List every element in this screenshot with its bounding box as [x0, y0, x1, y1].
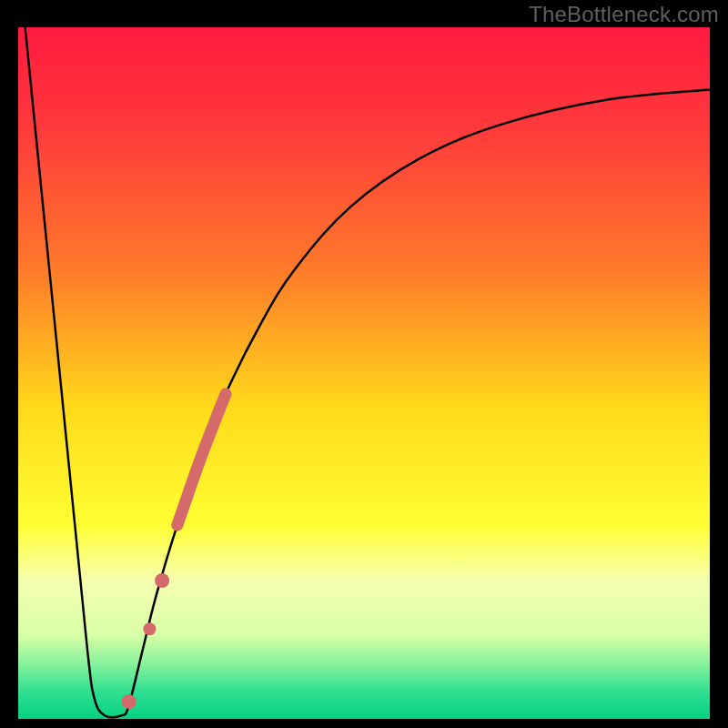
highlight-dot	[143, 622, 156, 635]
plot-area	[18, 27, 710, 719]
gradient-background	[18, 27, 710, 719]
highlight-dot	[155, 573, 169, 588]
highlight-dot	[122, 694, 136, 709]
chart-frame: TheBottleneck.com	[0, 0, 728, 728]
watermark-text: TheBottleneck.com	[529, 2, 719, 27]
chart-svg	[18, 27, 710, 719]
